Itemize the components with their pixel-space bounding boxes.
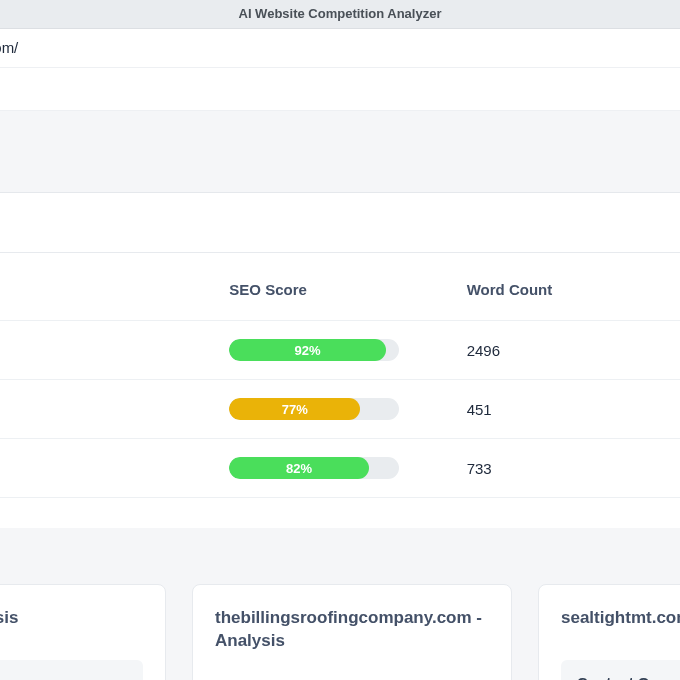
cell-word-count: 733 (459, 439, 675, 498)
cell-website: m (0, 321, 221, 380)
cell-seo-score: 92% (221, 321, 458, 380)
analysis-card: com - Analysisew (0, 584, 166, 680)
comparison-section: parison SEO Score Word Count N m92%2496r… (0, 193, 680, 528)
app-title: AI Website Competition Analyzer (239, 6, 442, 21)
secondary-input-row (0, 68, 680, 111)
content-overview-box: ew (0, 660, 143, 680)
content-overview-box: Content Overview (561, 660, 680, 680)
seo-progress-fill: 77% (229, 398, 360, 420)
th-seo-score: SEO Score (221, 259, 458, 321)
competitor-url-input[interactable] (0, 39, 680, 56)
th-website (0, 259, 221, 321)
cell-seo-score: 82% (221, 439, 458, 498)
cell-word-count: 2496 (459, 321, 675, 380)
action-pane: Start Analysis (0, 111, 680, 193)
seo-progress-fill: 92% (229, 339, 385, 361)
analysis-card: sealtightmt.com - AnContent Overview (538, 584, 680, 680)
th-word-count: Word Count (459, 259, 675, 321)
url-input-row (0, 29, 680, 68)
cell-niche: ro (675, 380, 681, 439)
comparison-table: SEO Score Word Count N m92%2496roompany.… (0, 259, 680, 498)
analysis-cards-row: com - Analysisewthebillingsroofingcompan… (0, 528, 680, 680)
seo-progress-fill: 82% (229, 457, 368, 479)
cell-niche: ro (675, 439, 681, 498)
secondary-input[interactable] (0, 82, 680, 99)
cell-word-count: 451 (459, 380, 675, 439)
table-row: m92%2496ro (0, 321, 680, 380)
analysis-card-title: sealtightmt.com - An (561, 607, 680, 630)
comparison-title: parison (0, 215, 680, 253)
cell-seo-score: 77% (221, 380, 458, 439)
seo-progress: 92% (229, 339, 399, 361)
analysis-card-title: thebillingsroofingcompany.com - Analysis (215, 607, 489, 653)
th-niche: N (675, 259, 681, 321)
app-title-bar: AI Website Competition Analyzer (0, 0, 680, 29)
analysis-card-title: com - Analysis (0, 607, 143, 630)
analysis-card: thebillingsroofingcompany.com - Analysis (192, 584, 512, 680)
cell-website (0, 439, 221, 498)
content-overview-title: ew (0, 674, 127, 680)
cell-website: ompany.com (0, 380, 221, 439)
seo-progress: 77% (229, 398, 399, 420)
content-overview-title: Content Overview (577, 674, 680, 680)
table-row: 82%733ro (0, 439, 680, 498)
table-row: ompany.com77%451ro (0, 380, 680, 439)
seo-progress: 82% (229, 457, 399, 479)
cell-niche: ro (675, 321, 681, 380)
